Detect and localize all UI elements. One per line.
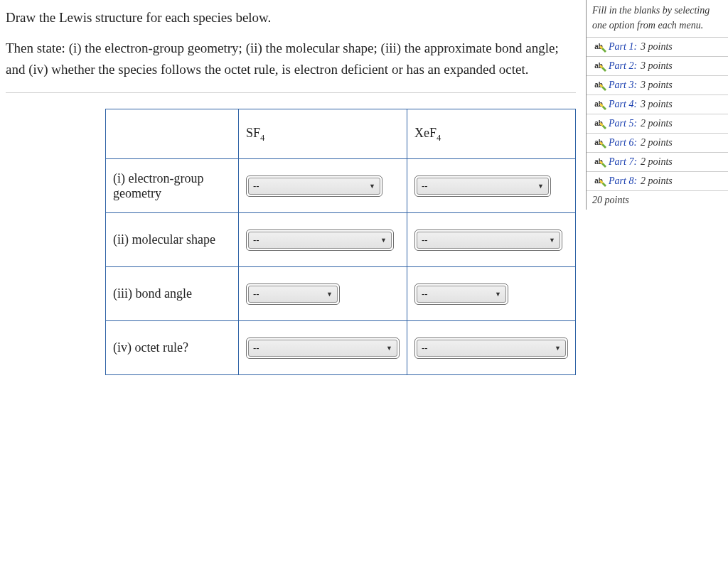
part-points: 2 points xyxy=(641,137,673,148)
fill-blank-icon: ab xyxy=(592,119,605,129)
select-value: -- xyxy=(253,342,259,353)
select-molecular-shape-xef4[interactable]: --▼ xyxy=(414,230,562,251)
header-sf4: SF4 xyxy=(239,109,407,159)
header-empty xyxy=(106,109,239,159)
points-sidebar: Fill in the blanks by selecting one opti… xyxy=(586,0,728,210)
part-row-6: ab Part 6: 2 points xyxy=(587,134,728,153)
chevron-down-icon: ▼ xyxy=(537,183,544,190)
part-row-3: ab Part 3: 3 points xyxy=(587,76,728,95)
part-points: 3 points xyxy=(641,99,673,110)
chevron-down-icon: ▼ xyxy=(495,291,501,298)
chevron-down-icon: ▼ xyxy=(549,237,555,244)
select-bond-angle-xef4[interactable]: --▼ xyxy=(414,284,508,305)
prompt-line-2: Then state: (i) the electron-group geome… xyxy=(6,38,576,80)
cell-r2-sf4: --▼ xyxy=(239,213,407,267)
select-octet-rule-sf4[interactable]: --▼ xyxy=(246,338,400,359)
part-points: 3 points xyxy=(641,41,673,53)
row-label-electron-group: (i) electron-group geometry xyxy=(106,159,239,213)
fill-blank-icon: ab xyxy=(592,138,605,148)
chevron-down-icon: ▼ xyxy=(386,345,392,352)
sidebar-header: Fill in the blanks by selecting one opti… xyxy=(587,0,728,38)
main-column: Draw the Lewis structure for each specie… xyxy=(0,0,586,375)
part-row-5: ab Part 5: 2 points xyxy=(587,114,728,134)
header-sf4-base: SF xyxy=(246,126,260,140)
cell-r3-sf4: --▼ xyxy=(239,267,407,321)
select-electron-group-xef4[interactable]: --▼ xyxy=(414,176,551,197)
part-row-1: ab Part 1: 3 points xyxy=(587,38,728,57)
part-link-5[interactable]: Part 5: xyxy=(609,118,637,129)
part-row-7: ab Part 7: 2 points xyxy=(587,153,728,172)
answer-table: SF4 XeF4 (i) electron-group geometry --▼ xyxy=(105,109,576,375)
chevron-down-icon: ▼ xyxy=(380,237,387,244)
part-link-2[interactable]: Part 2: xyxy=(609,60,637,72)
total-points: 20 points xyxy=(587,191,728,210)
question-prompt: Draw the Lewis structure for each specie… xyxy=(6,7,576,80)
part-points: 3 points xyxy=(641,60,673,72)
part-link-8[interactable]: Part 8: xyxy=(609,176,637,187)
page-root: Draw the Lewis structure for each specie… xyxy=(0,0,728,375)
part-link-4[interactable]: Part 4: xyxy=(609,99,637,110)
part-link-3[interactable]: Part 3: xyxy=(609,80,637,91)
table-row: (i) electron-group geometry --▼ --▼ xyxy=(106,159,576,213)
row-label-molecular-shape: (ii) molecular shape xyxy=(106,213,239,267)
cell-r4-sf4: --▼ xyxy=(239,321,407,375)
chevron-down-icon: ▼ xyxy=(555,345,561,352)
select-value: -- xyxy=(422,180,428,191)
select-bond-angle-sf4[interactable]: --▼ xyxy=(246,284,340,305)
table-header-row: SF4 XeF4 xyxy=(106,109,576,159)
answer-area: SF4 XeF4 (i) electron-group geometry --▼ xyxy=(6,109,576,375)
header-sf4-sub: 4 xyxy=(260,132,264,142)
fill-blank-icon: ab xyxy=(592,176,605,186)
select-value: -- xyxy=(253,288,259,299)
fill-blank-icon: ab xyxy=(592,99,605,109)
part-row-8: ab Part 8: 2 points xyxy=(587,172,728,191)
fill-blank-icon: ab xyxy=(592,61,605,71)
divider xyxy=(6,92,576,93)
cell-r1-xef4: --▼ xyxy=(407,159,576,213)
fill-blank-icon: ab xyxy=(592,157,605,167)
header-xef4-base: XeF xyxy=(414,126,437,140)
part-points: 3 points xyxy=(641,80,673,91)
chevron-down-icon: ▼ xyxy=(369,183,375,190)
row-label-octet-rule: (iv) octet rule? xyxy=(106,321,239,375)
cell-r2-xef4: --▼ xyxy=(407,213,576,267)
select-value: -- xyxy=(253,234,259,245)
select-electron-group-sf4[interactable]: --▼ xyxy=(246,176,382,197)
table-row: (iv) octet rule? --▼ --▼ xyxy=(106,321,576,375)
fill-blank-icon: ab xyxy=(592,80,605,90)
part-link-7[interactable]: Part 7: xyxy=(609,156,637,168)
select-value: -- xyxy=(422,288,428,299)
part-row-4: ab Part 4: 3 points xyxy=(587,95,728,114)
table-row: (ii) molecular shape --▼ --▼ xyxy=(106,213,576,267)
row-label-bond-angle: (iii) bond angle xyxy=(106,267,239,321)
part-link-1[interactable]: Part 1: xyxy=(609,41,637,53)
select-value: -- xyxy=(253,180,259,191)
part-row-2: ab Part 2: 3 points xyxy=(587,57,728,76)
select-value: -- xyxy=(422,342,428,353)
part-link-6[interactable]: Part 6: xyxy=(609,137,637,148)
select-value: -- xyxy=(422,234,428,245)
select-octet-rule-xef4[interactable]: --▼ xyxy=(414,338,568,359)
chevron-down-icon: ▼ xyxy=(326,291,333,298)
table-row: (iii) bond angle --▼ --▼ xyxy=(106,267,576,321)
part-points: 2 points xyxy=(641,118,673,129)
cell-r4-xef4: --▼ xyxy=(407,321,576,375)
part-points: 2 points xyxy=(641,176,673,187)
fill-blank-icon: ab xyxy=(592,42,605,52)
cell-r3-xef4: --▼ xyxy=(407,267,576,321)
prompt-line-1: Draw the Lewis structure for each specie… xyxy=(6,7,576,28)
header-xef4: XeF4 xyxy=(407,109,576,159)
header-xef4-sub: 4 xyxy=(437,132,441,142)
part-points: 2 points xyxy=(641,156,673,168)
select-molecular-shape-sf4[interactable]: --▼ xyxy=(246,230,394,251)
cell-r1-sf4: --▼ xyxy=(239,159,407,213)
